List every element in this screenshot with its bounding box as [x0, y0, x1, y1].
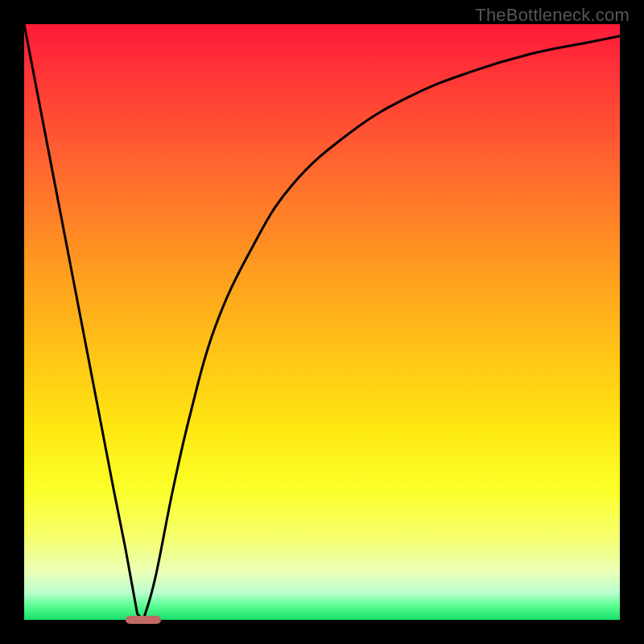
bottleneck-curve	[24, 24, 620, 620]
plot-area	[24, 24, 620, 620]
chart-frame: TheBottleneck.com	[0, 0, 644, 644]
watermark-text: TheBottleneck.com	[475, 5, 630, 26]
curve-svg	[24, 24, 620, 620]
optimal-range-marker	[126, 616, 161, 624]
